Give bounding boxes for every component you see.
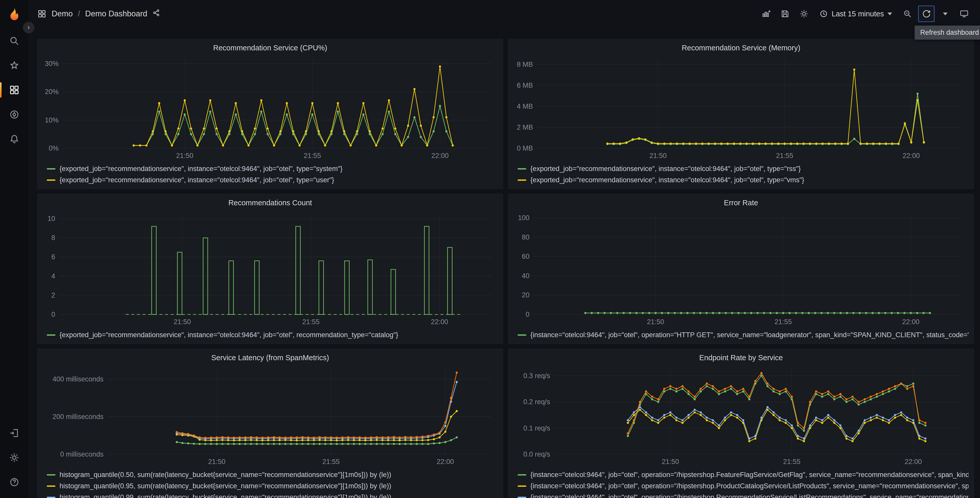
add-panel-button[interactable] <box>758 6 774 22</box>
legend-swatch <box>518 168 526 169</box>
data-point <box>661 312 663 314</box>
sidebar-expand-button[interactable] <box>23 22 34 33</box>
data-point <box>305 130 307 132</box>
chart-area[interactable]: 0.0 req/s0.1 req/s0.2 req/s0.3 req/s21:5… <box>514 364 969 467</box>
data-point <box>337 102 339 104</box>
sidebar-item-alerting[interactable] <box>0 127 29 152</box>
data-point <box>736 417 738 418</box>
legend-item[interactable]: {exported_job="recommendationservice", i… <box>518 163 969 174</box>
data-point <box>904 123 906 125</box>
data-point <box>888 422 890 424</box>
data-point <box>744 312 746 314</box>
data-point <box>718 427 720 429</box>
legend-item[interactable]: {instance="otelcol:9464", job="otel", op… <box>518 469 969 480</box>
sidebar-item-sign-in[interactable] <box>0 421 29 445</box>
data-point <box>693 312 695 314</box>
legend-item[interactable]: histogram_quantile(0.50, sum(rate(latenc… <box>47 469 498 480</box>
data-point <box>645 411 647 413</box>
bar <box>368 260 372 314</box>
save-dashboard-button[interactable] <box>777 6 793 22</box>
data-point <box>845 401 847 403</box>
data-point <box>439 65 441 67</box>
legend-item[interactable]: {exported_job="recommendationservice", i… <box>518 174 969 185</box>
data-point <box>642 312 644 314</box>
chart-area[interactable]: 0%10%20%30%21:5021:5522:00 <box>43 54 498 161</box>
data-point <box>209 99 211 101</box>
data-point <box>894 414 896 416</box>
data-point <box>210 443 212 445</box>
legend-item[interactable]: histogram_quantile(0.95, sum(rate(latenc… <box>47 480 498 492</box>
data-point <box>203 128 205 129</box>
data-point <box>353 443 355 445</box>
data-point <box>444 431 446 433</box>
data-point <box>250 443 252 445</box>
panel-title[interactable]: Recommendation Service (CPU%) <box>43 42 498 54</box>
data-point <box>612 142 615 144</box>
panel-title[interactable]: Error Rate <box>514 197 969 209</box>
legend-item[interactable]: {exported_job="recommendationservice", i… <box>47 329 498 340</box>
data-point <box>858 404 860 405</box>
panel-title[interactable]: Recommendations Count <box>43 197 498 209</box>
zoom-out-button[interactable] <box>899 6 916 22</box>
panel-title[interactable]: Endpoint Rate by Service <box>514 352 969 364</box>
legend-label: {exported_job="recommendationservice", i… <box>59 331 398 339</box>
legend-item[interactable]: {exported_job="recommendationservice", i… <box>47 174 498 185</box>
data-point <box>318 443 321 445</box>
data-point <box>852 312 854 314</box>
chart-area[interactable]: 024681021:5021:5522:00 <box>43 209 498 327</box>
panel-title[interactable]: Service Latency (from SpanMetrics) <box>43 352 498 364</box>
breadcrumb-root[interactable]: Demo <box>52 9 73 18</box>
legend-item[interactable]: {instance="otelcol:9464", job="otel", op… <box>518 329 969 340</box>
data-point <box>828 142 830 144</box>
data-point <box>706 419 708 421</box>
data-point <box>261 439 263 441</box>
apps-icon[interactable] <box>37 9 46 18</box>
data-point <box>797 422 799 424</box>
data-point <box>687 414 689 416</box>
chart-area[interactable]: 0 milliseconds200 milliseconds400 millis… <box>43 364 498 467</box>
legend-item[interactable]: {instance="otelcol:9464", job="otel", op… <box>518 480 969 492</box>
sidebar-item-dashboards[interactable] <box>0 78 29 102</box>
data-point <box>330 436 332 439</box>
refresh-dashboard-button[interactable] <box>918 6 934 22</box>
data-point <box>808 312 810 314</box>
legend-item[interactable]: histogram_quantile(0.99, sum(rate(latenc… <box>47 492 498 498</box>
data-point <box>865 312 867 314</box>
y-axis-tick-label: 0 <box>51 311 55 318</box>
legend-item[interactable]: {exported_job="recommendationservice", i… <box>47 163 498 174</box>
data-point <box>416 439 418 441</box>
panel-title[interactable]: Recommendation Service (Memory) <box>514 42 969 54</box>
data-point <box>724 390 726 393</box>
data-point <box>452 144 454 147</box>
dashboard-settings-button[interactable] <box>796 6 812 22</box>
chart-area[interactable]: 0 MB2 MB4 MB6 MB8 MB21:5021:5522:00 <box>514 54 969 161</box>
zoom-out-icon <box>903 9 912 18</box>
time-range-picker[interactable]: Last 15 minutes <box>815 6 897 22</box>
sidebar-item-starred[interactable] <box>0 53 29 78</box>
data-point <box>888 390 890 393</box>
data-point <box>324 144 326 147</box>
sidebar-item-help[interactable] <box>0 470 29 495</box>
refresh-interval-button[interactable] <box>937 6 953 22</box>
data-point <box>324 436 326 439</box>
data-point <box>635 312 637 314</box>
data-point <box>657 142 659 144</box>
add-panel-icon <box>762 9 771 18</box>
legend-item[interactable]: {instance="otelcol:9464", job="otel", op… <box>518 492 969 498</box>
y-axis-tick-label: 400 milliseconds <box>52 375 103 383</box>
sidebar-item-explore[interactable] <box>0 102 29 127</box>
y-axis-tick-label: 4 <box>51 272 55 280</box>
share-dashboard-button[interactable] <box>152 9 161 19</box>
sidebar-item-search[interactable] <box>0 29 29 53</box>
data-point <box>669 411 671 413</box>
chart-area[interactable]: 02040608010021:5021:5522:00 <box>514 209 969 327</box>
cycle-view-mode-button[interactable] <box>956 6 972 22</box>
sidebar-item-settings[interactable] <box>0 445 29 470</box>
breadcrumb-current[interactable]: Demo Dashboard <box>85 9 147 18</box>
data-point <box>181 432 183 434</box>
chart-svg: 0 milliseconds200 milliseconds400 millis… <box>43 364 498 467</box>
bar <box>177 252 182 314</box>
data-point <box>773 411 775 413</box>
legend: histogram_quantile(0.50, sum(rate(latenc… <box>43 467 498 498</box>
data-point <box>184 99 186 101</box>
